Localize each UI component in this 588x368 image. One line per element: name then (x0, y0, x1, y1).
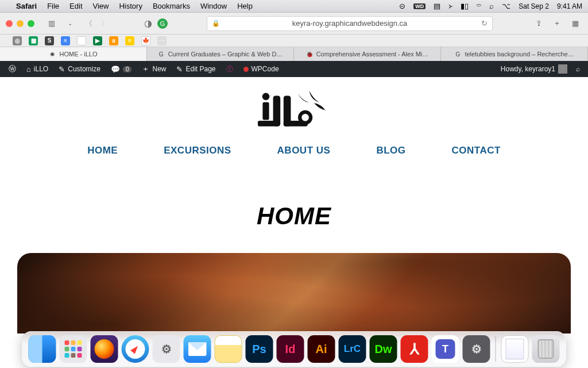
tab-label: Current Graduates – Graphic & Web D… (168, 51, 283, 57)
wp-search-icon[interactable]: ⌕ (574, 65, 582, 73)
favorite-3[interactable]: ≡ (61, 36, 70, 45)
browser-tab-3[interactable]: Gteletubbies background – Recherche… (441, 47, 588, 61)
wp-wpcode[interactable]: WPCode (238, 61, 284, 77)
page-content: HOME EXCURSIONS ABOUT US BLOG CONTACT HO… (0, 77, 588, 368)
status-date[interactable]: Sat Sep 2 (519, 2, 549, 10)
share-icon[interactable]: ⇪ (532, 17, 546, 30)
status-wifi-icon[interactable]: ⌔ (477, 2, 481, 10)
dock-safari[interactable] (122, 335, 149, 363)
favorite-8[interactable]: 🍁 (141, 36, 150, 45)
wp-yoast[interactable]: Ⓨ (221, 61, 238, 77)
status-time[interactable]: 9:41 AM (557, 2, 582, 10)
wp-howdy-text: Howdy, keyraroy1 (501, 65, 555, 73)
new-tab-button[interactable]: + (550, 17, 564, 30)
dock-notes[interactable] (215, 335, 242, 363)
dock-indesign[interactable]: Id (277, 335, 304, 363)
wp-wpcode-label: WPCode (252, 65, 279, 73)
tab-label: teletubbies background – Recherche… (465, 51, 574, 57)
minimize-window-button[interactable] (17, 20, 24, 27)
extension-grammarly-icon[interactable]: G (157, 18, 168, 29)
tab-overview-icon[interactable]: ▦ (568, 17, 582, 30)
dock-lightroom[interactable]: LrC (339, 335, 366, 363)
dock-mail[interactable] (184, 335, 211, 363)
favorite-6[interactable]: a (109, 36, 118, 45)
menu-view[interactable]: View (93, 2, 109, 10)
status-stop-icon[interactable]: ⊝ (399, 2, 405, 10)
url-text: keyra-roy.graphicandwebdesign.ca (292, 19, 408, 28)
menu-bookmarks[interactable]: Bookmarks (153, 2, 190, 10)
favorite-1[interactable]: ▦ (29, 36, 38, 45)
menu-edit[interactable]: Edit (69, 2, 82, 10)
dock-trash[interactable] (532, 335, 560, 363)
dock-finder[interactable] (29, 335, 56, 363)
nav-back-button[interactable]: 〈 (82, 17, 95, 30)
wp-comments[interactable]: 💬0 (106, 61, 137, 77)
wp-site-name: iLLO (34, 65, 48, 73)
menu-window[interactable]: Window (200, 2, 227, 10)
favorite-7[interactable]: ≡ (125, 36, 134, 45)
sidebar-toggle-icon[interactable]: ▥ (45, 17, 59, 30)
site-nav: HOME EXCURSIONS ABOUT US BLOG CONTACT (0, 145, 588, 156)
dock-teams[interactable]: T (432, 335, 459, 363)
record-icon (243, 67, 249, 72)
tab-favicon: G (454, 51, 461, 57)
wp-admin-bar: ⓦ ⌂iLLO ✎Customize 💬0 ＋New ✎Edit Page Ⓨ … (0, 61, 588, 77)
browser-tab-0[interactable]: ✺HOME - iLLO (0, 47, 147, 61)
dock-illustrator[interactable]: Ai (308, 335, 335, 363)
status-battery-icon[interactable]: ▮▯ (461, 2, 469, 10)
wp-edit-page[interactable]: ✎Edit Page (171, 61, 220, 77)
lock-icon: 🔒 (212, 20, 220, 27)
zoom-window-button[interactable] (28, 20, 34, 27)
dock-acrobat[interactable]: ⅄ (401, 335, 428, 363)
menu-help[interactable]: Help (237, 2, 253, 10)
tab-groups-chevron-icon[interactable]: ⌄ (63, 17, 77, 30)
browser-tab-2[interactable]: 🐞Comprehensive Assessment - Alex Mi… (294, 47, 441, 61)
wp-logo-menu[interactable]: ⓦ (3, 61, 21, 77)
wp-new-label: New (152, 65, 166, 73)
favorite-4[interactable] (77, 36, 86, 45)
status-spotlight-icon[interactable]: ⌕ (489, 2, 494, 10)
browser-tab-1[interactable]: GCurrent Graduates – Graphic & Web D… (147, 47, 294, 61)
favorite-2[interactable]: S (45, 36, 54, 45)
nav-about[interactable]: ABOUT US (277, 145, 331, 156)
dock-recent-doc[interactable] (501, 335, 529, 363)
nav-forward-button[interactable]: 〉 (98, 17, 111, 30)
dock: ⚙︎ Ps Id Ai LrC Dw ⅄ T ⚙ (22, 331, 566, 367)
favorite-9[interactable]: ⋯ (157, 36, 167, 45)
status-display-icon[interactable]: ▤ (434, 2, 440, 10)
nav-excursions[interactable]: EXCURSIONS (164, 145, 231, 156)
wp-site-menu[interactable]: ⌂iLLO (21, 61, 53, 77)
dock-photoshop[interactable]: Ps (246, 335, 273, 363)
menu-history[interactable]: History (119, 2, 142, 10)
app-menu[interactable]: Safari (16, 2, 37, 10)
dock-settings[interactable]: ⚙ (463, 335, 490, 363)
wp-account[interactable]: Howdy, keyraroy1 (496, 64, 572, 74)
nav-contact[interactable]: CONTACT (451, 145, 500, 156)
close-window-button[interactable] (6, 20, 13, 27)
dock-launchpad[interactable] (60, 335, 87, 363)
svg-point-0 (262, 93, 270, 101)
reload-icon[interactable]: ↻ (481, 19, 488, 28)
favorite-5[interactable]: ▶ (93, 36, 102, 45)
privacy-report-icon[interactable]: ◑ (144, 18, 153, 29)
svg-rect-1 (262, 102, 269, 120)
wp-customize[interactable]: ✎Customize (53, 61, 106, 77)
nav-home[interactable]: HOME (87, 145, 118, 156)
status-wd-icon[interactable]: WD (413, 3, 425, 9)
tab-favicon: ✺ (49, 51, 56, 57)
address-bar[interactable]: 🔒 keyra-roy.graphicandwebdesign.ca ↻ (207, 16, 493, 31)
menu-file[interactable]: File (47, 2, 59, 10)
status-bluetooth-icon[interactable]: ᚛ (448, 2, 452, 10)
dock-dreamweaver[interactable]: Dw (370, 335, 397, 363)
favorite-0[interactable]: ◎ (13, 36, 22, 45)
macos-menubar: Safari File Edit View History Bookmarks … (0, 0, 588, 13)
nav-blog[interactable]: BLOG (376, 145, 405, 156)
dock-firefox[interactable] (91, 335, 118, 363)
hero-image (17, 253, 571, 334)
wp-new[interactable]: ＋New (137, 61, 171, 77)
wp-edit-label: Edit Page (185, 65, 215, 73)
wp-comments-count: 0 (123, 66, 132, 72)
site-logo[interactable] (254, 87, 334, 135)
dock-system[interactable]: ⚙︎ (153, 335, 180, 363)
status-control-center-icon[interactable]: ⌥ (502, 2, 510, 10)
